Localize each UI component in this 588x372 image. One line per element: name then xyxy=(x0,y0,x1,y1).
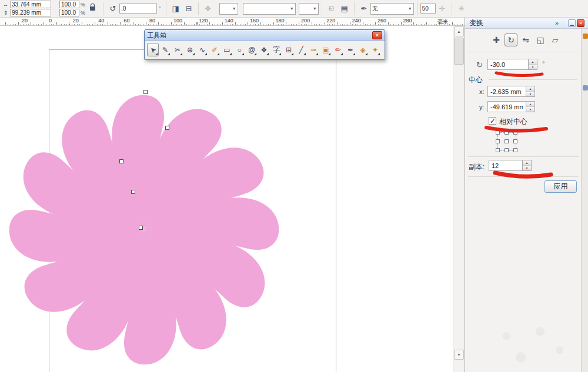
pick-tool[interactable]: ➤ xyxy=(147,43,159,56)
text-tool[interactable]: 字 xyxy=(270,43,282,56)
scale-mirror-mode[interactable]: ⇋ xyxy=(519,33,532,46)
center-x-spinner[interactable]: ▲▼ xyxy=(526,86,535,97)
position-mode[interactable]: ✚ xyxy=(490,33,503,46)
ruler: 毫米 2002040608010012014016018020022024026… xyxy=(0,18,465,26)
fill-tool-icon: ◈ xyxy=(360,46,365,54)
watermark xyxy=(487,322,584,369)
outline-style-dropdown[interactable]: ▼ xyxy=(243,3,296,15)
fill-tool[interactable]: ◈ xyxy=(357,43,369,56)
outline-pen-tool-icon: ✒ xyxy=(348,46,353,54)
skew-mode[interactable]: ▱ xyxy=(549,33,562,46)
anchor-point[interactable] xyxy=(505,148,509,152)
basic-shapes-tool[interactable]: ❖ xyxy=(258,43,270,56)
outline-width-dropdown[interactable]: 无▼ xyxy=(370,3,414,15)
rotation-angle-input[interactable] xyxy=(487,59,529,70)
docker-tab-icon[interactable] xyxy=(583,85,588,91)
anchor-point[interactable] xyxy=(496,139,500,143)
flower-shape[interactable] xyxy=(9,73,285,372)
ruler-label: 180 xyxy=(275,18,284,24)
separator xyxy=(322,2,322,15)
zoom-tool[interactable]: ⊕ xyxy=(184,43,196,56)
scale-x-field[interactable] xyxy=(59,1,79,8)
anchor-point[interactable] xyxy=(496,130,500,135)
crop-tool[interactable]: ✂ xyxy=(172,43,183,56)
anchor-point[interactable] xyxy=(505,130,509,135)
toolbox-window[interactable]: 工具箱 × ➤✎✂⊕∿✐▭○@❖字⊞╱⊸▣✏✒◈✦ xyxy=(144,29,385,60)
anchor-point[interactable] xyxy=(513,130,517,135)
polygon-tool[interactable]: @ xyxy=(246,43,258,56)
toolbox-close-button[interactable]: × xyxy=(372,31,382,39)
rotate-angle-icon: ↻ xyxy=(476,61,483,69)
units-dropdown[interactable]: ▼ xyxy=(299,3,319,15)
apply-button[interactable]: 应用 xyxy=(544,180,577,193)
scroll-down-button[interactable]: ▼ xyxy=(454,350,464,360)
ruler-label: 220 xyxy=(326,18,335,24)
copies-spinner[interactable]: ▲▼ xyxy=(523,160,532,171)
polygon-tool-icon: @ xyxy=(248,46,255,54)
eyedropper-tool[interactable]: ✏ xyxy=(332,43,344,56)
mirror-vertical-button[interactable]: ⊟ xyxy=(183,3,195,15)
scrollbar-thumb[interactable] xyxy=(454,38,464,65)
docker-tab-icon[interactable] xyxy=(583,33,588,39)
artistic-media-tool-icon: ✐ xyxy=(212,46,218,54)
object-height-field[interactable] xyxy=(10,9,51,16)
nudge-spinner-icon[interactable]: ✛ xyxy=(436,3,448,15)
docker-close-button[interactable]: × xyxy=(577,19,584,27)
shape-tool[interactable]: ✎ xyxy=(159,43,171,56)
artistic-media-tool[interactable]: ✐ xyxy=(209,43,220,56)
ruler-label: 100 xyxy=(173,18,182,24)
ellipse-tool[interactable]: ○ xyxy=(233,43,245,56)
drawing-canvas[interactable] xyxy=(0,26,453,372)
selection-handle[interactable] xyxy=(165,126,169,130)
separator xyxy=(417,2,417,15)
property-bar: ↔ ⇕ % % ↺ ° ◨ ⊟ ❖ ▼ ▼ ▼ Ɖ ▤ ✒ 无▼ ✛ ✳ xyxy=(0,0,588,18)
group-button: ❖ xyxy=(202,3,214,15)
center-y-spinner[interactable]: ▲▼ xyxy=(526,101,535,112)
rotate-mode[interactable]: ↻ xyxy=(505,33,517,46)
outline-pen-tool[interactable]: ✒ xyxy=(345,43,356,56)
nudge-field[interactable] xyxy=(420,4,436,14)
table-tool[interactable]: ⊞ xyxy=(283,43,295,56)
separator xyxy=(452,2,452,15)
center-x-input[interactable] xyxy=(487,86,526,97)
size-mode[interactable]: ◱ xyxy=(534,33,547,46)
interactive-fill-tool[interactable]: ✦ xyxy=(369,43,381,56)
docker-chevron-icon[interactable]: » xyxy=(555,19,559,26)
ruler-label: 60 xyxy=(124,18,130,24)
dimension-tool[interactable]: ╱ xyxy=(295,43,307,56)
center-y-input[interactable] xyxy=(487,101,526,112)
object-width-field[interactable] xyxy=(10,1,51,8)
docker-tab-strip[interactable] xyxy=(581,29,588,372)
anchor-point[interactable] xyxy=(513,139,517,143)
selection-handle[interactable] xyxy=(139,226,143,230)
selection-handle[interactable] xyxy=(119,159,123,163)
rotation-angle-field[interactable] xyxy=(119,4,157,14)
selection-handle[interactable] xyxy=(143,90,148,94)
divider xyxy=(468,176,579,177)
rotation-angle-spinner[interactable]: ▲▼ xyxy=(529,59,537,70)
relative-center-checkbox[interactable]: ✓ xyxy=(489,117,496,125)
connector-tool[interactable]: ⊸ xyxy=(308,43,319,56)
copies-input[interactable] xyxy=(489,160,523,171)
mirror-horizontal-button[interactable]: ◨ xyxy=(170,3,182,15)
scale-y-field[interactable] xyxy=(59,9,79,16)
selection-handle[interactable] xyxy=(131,190,135,194)
docker-header[interactable]: 变换 » ▁ × xyxy=(465,18,588,29)
text-wrap-button: Ɖ xyxy=(326,3,338,15)
scroll-up-button[interactable]: ▲ xyxy=(454,26,464,36)
rectangle-tool[interactable]: ▭ xyxy=(221,43,233,56)
anchor-point[interactable] xyxy=(513,148,517,152)
anchor-point[interactable] xyxy=(496,148,500,152)
style-dropdown[interactable]: ▼ xyxy=(219,3,238,15)
lock-ratio-icon[interactable] xyxy=(90,6,95,11)
to-layer-button[interactable]: ▤ xyxy=(339,3,350,15)
percent-label: % xyxy=(81,10,85,16)
toolbox-titlebar[interactable]: 工具箱 × xyxy=(145,30,385,41)
anchor-point[interactable] xyxy=(505,139,509,143)
freehand-tool[interactable]: ∿ xyxy=(196,43,208,56)
docker-minimize-button[interactable]: ▁ xyxy=(568,19,576,27)
anchor-grid[interactable] xyxy=(496,130,518,153)
outline-pen-icon: ✒ xyxy=(358,3,370,15)
vertical-scrollbar[interactable]: ▲ ▼ xyxy=(453,26,465,372)
blend-tool[interactable]: ▣ xyxy=(320,43,332,56)
